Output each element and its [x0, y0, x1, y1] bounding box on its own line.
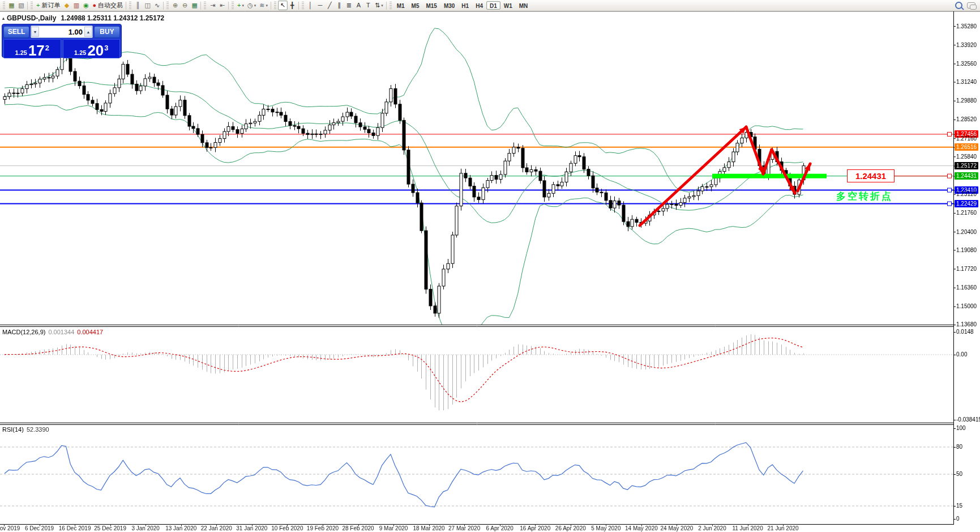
date-axis-label: 13 Jan 2020: [165, 525, 196, 531]
chevron-down-icon: ▾: [266, 1, 268, 10]
bid-pipette-digit: 2: [45, 40, 49, 57]
timeframe-m30-button[interactable]: M30: [440, 1, 458, 10]
price-axis-label: 1.24431: [955, 172, 978, 180]
tile-windows-icon: ▦: [191, 1, 197, 10]
date-axis-label: 6 Dec 2019: [25, 525, 54, 531]
text-button[interactable]: A: [354, 1, 363, 10]
chart-title: ▴GBPUSD-,Daily1.24988 1.25311 1.24312 1.…: [2, 14, 164, 22]
auto-scroll-icon: ⇥: [210, 1, 215, 10]
search-icon[interactable]: [955, 2, 962, 9]
ask-big-digits: 20: [87, 44, 104, 57]
autotrading-button[interactable]: ●自动交易: [91, 1, 125, 10]
price-axis-label: 1.21760: [956, 209, 977, 216]
chat-icon[interactable]: [967, 2, 975, 8]
signals-icon: ◉: [83, 1, 89, 10]
bar-chart-mode-button[interactable]: ║: [133, 1, 143, 10]
rsi-name: RSI(14): [2, 426, 24, 433]
price-annotation-box[interactable]: 1.24431: [847, 169, 895, 182]
date-axis-label: 9 Mar 2020: [379, 525, 408, 531]
fibonacci-button[interactable]: ≣: [344, 1, 354, 10]
zoom-out-icon: ⊖: [182, 1, 187, 10]
horizontal-line-button[interactable]: ─: [315, 1, 325, 10]
price-axis-label: 1.27160: [956, 135, 977, 142]
timeframe-d1-button[interactable]: D1: [486, 1, 500, 10]
cursor-button[interactable]: ↖: [278, 1, 288, 10]
timeframe-mn-button[interactable]: MN: [516, 1, 532, 10]
volume-input[interactable]: [39, 28, 84, 36]
date-axis-label: 10 Feb 2020: [271, 525, 303, 531]
vertical-line-button[interactable]: │: [306, 1, 315, 10]
volume-increase-button[interactable]: ▲: [84, 27, 92, 37]
line-chart-mode-icon: ∿: [155, 1, 160, 10]
rsi-value: 52.3390: [27, 426, 49, 433]
price-axis-label: 1.16360: [956, 284, 977, 291]
price-axis-label: 1.22429: [955, 200, 978, 207]
indicators-icon: +: [237, 1, 241, 10]
date-axis-label: 18 Mar 2020: [413, 525, 445, 531]
price-axis-label: 1.29880: [956, 97, 977, 104]
candlestick-mode-icon: ◫: [144, 1, 150, 10]
toolbar: ▦▧+新订单◆▥◉●自动交易║◫∿⊕⊖▦⇥⇤+▾◷▾≋▾↖╋│─╱∥≣AT⇅▾M…: [0, 0, 980, 11]
new-order-icon: +: [36, 1, 40, 10]
text-icon: A: [357, 1, 361, 10]
tile-windows-button[interactable]: ▦: [190, 1, 199, 10]
date-axis-label: 19 Feb 2020: [307, 525, 339, 531]
timeframe-h1-button[interactable]: H1: [458, 1, 472, 10]
timeframe-m1-button[interactable]: M1: [393, 1, 408, 10]
signals-button[interactable]: ◉: [81, 1, 91, 10]
new-order-button[interactable]: +新订单: [35, 1, 62, 10]
equidistant-channel-button[interactable]: ∥: [335, 1, 344, 10]
price-axis-label: 1.26516: [955, 143, 978, 151]
ask-quote[interactable]: 1.25203: [63, 39, 121, 58]
price-axis-label: 1.19080: [956, 246, 977, 254]
timeframe-m5-button[interactable]: M5: [408, 1, 423, 10]
templates-button[interactable]: ≋▾: [258, 1, 269, 10]
periods-button[interactable]: ◷▾: [246, 1, 258, 10]
rsi-axis-label: 80: [956, 444, 962, 450]
date-axis-label: 2 Jun 2020: [698, 525, 726, 531]
trendline-button[interactable]: ╱: [325, 1, 335, 10]
pivot-note-text[interactable]: 多空转折点: [836, 190, 893, 203]
trendline-icon: ╱: [328, 1, 332, 10]
indicators-button[interactable]: +▾: [236, 1, 246, 10]
timeframe-h4-button[interactable]: H4: [472, 1, 486, 10]
line-chart-mode-button[interactable]: ∿: [152, 1, 162, 10]
macd-name: MACD(12,26,9): [2, 329, 45, 335]
one-click-collapse-icon[interactable]: ▴: [2, 16, 5, 21]
market-watch-icon: ◆: [65, 1, 69, 10]
periods-icon: ◷: [247, 1, 253, 10]
chevron-down-icon: ▾: [381, 1, 383, 10]
data-window-button[interactable]: ▥: [71, 1, 81, 10]
chart-shift-button[interactable]: ⇤: [217, 1, 227, 10]
date-axis-label: 28 Feb 2020: [342, 525, 374, 531]
date-axis-label: 3 Jan 2020: [131, 525, 160, 531]
volume-decrease-button[interactable]: ▼: [31, 27, 39, 37]
chart-profiles-button[interactable]: ▧: [16, 1, 26, 10]
chart-canvas[interactable]: [0, 0, 980, 532]
symbol-label: GBPUSD-,Daily: [7, 14, 56, 22]
macd-axis-label: 0.00: [956, 351, 967, 357]
price-axis-label: 1.33920: [956, 41, 977, 49]
price-axis-label: 1.25172: [955, 162, 978, 169]
templates-icon: ≋: [259, 1, 264, 10]
bid-quote[interactable]: 1.25172: [3, 39, 61, 58]
buy-button[interactable]: BUY: [94, 26, 120, 38]
auto-scroll-button[interactable]: ⇥: [208, 1, 217, 10]
crosshair-button[interactable]: ╋: [288, 1, 297, 10]
ohlc-values: 1.24988 1.25311 1.24312 1.25172: [61, 14, 164, 22]
market-watch-button[interactable]: ◆: [62, 1, 71, 10]
macd-main-value: 0.001344: [48, 329, 74, 335]
text-label-button[interactable]: T: [363, 1, 373, 10]
zoom-in-button[interactable]: ⊕: [170, 1, 180, 10]
timeframe-w1-button[interactable]: W1: [500, 1, 516, 10]
zoom-out-button[interactable]: ⊖: [180, 1, 190, 10]
new-chart-button[interactable]: ▦: [7, 1, 16, 10]
price-axis-label: 1.32560: [956, 60, 977, 67]
one-click-trading-panel: SELL ▼ ▲ BUY 1.25172 1.25203: [2, 24, 122, 58]
macd-indicator-label: MACD(12,26,9)0.0013440.004417: [2, 329, 103, 335]
arrows-button[interactable]: ⇅▾: [373, 1, 385, 10]
sell-button[interactable]: SELL: [3, 26, 29, 38]
date-axis-label: 11 Jun 2020: [732, 525, 763, 531]
candlestick-mode-button[interactable]: ◫: [143, 1, 152, 10]
timeframe-m15-button[interactable]: M15: [422, 1, 440, 10]
